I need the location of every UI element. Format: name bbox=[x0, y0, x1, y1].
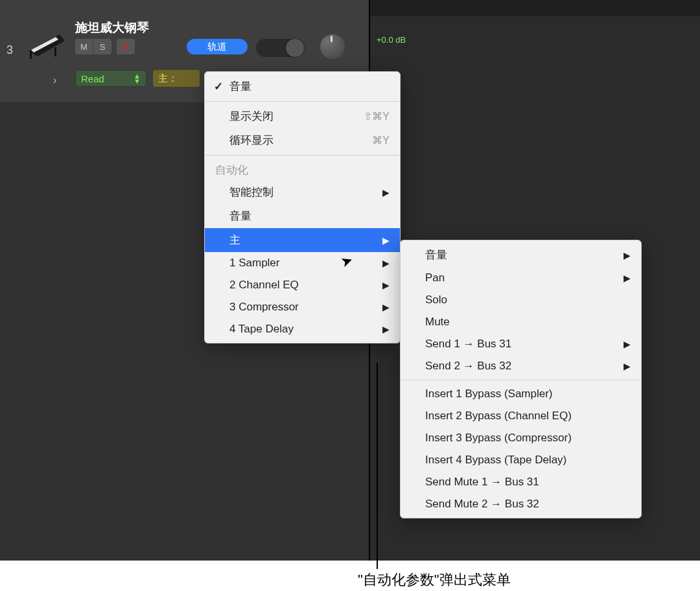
submenu-item-insert2-bypass[interactable]: Insert 2 Bypass (Channel EQ) bbox=[401, 405, 641, 427]
automation-param-select[interactable]: 主： bbox=[153, 70, 200, 87]
menu-label: 音量 bbox=[229, 79, 251, 94]
chevron-right-icon: ▶ bbox=[382, 258, 390, 268]
chevron-right-icon: ▶ bbox=[382, 324, 390, 334]
disclosure-icon[interactable]: › bbox=[53, 75, 56, 86]
shortcut: ⌘Y bbox=[372, 134, 390, 146]
solo-button[interactable]: S bbox=[93, 39, 111, 54]
menu-label: 显示关闭 bbox=[229, 109, 274, 124]
menu-label: Insert 4 Bypass (Tape Delay) bbox=[425, 454, 566, 467]
svg-rect-1 bbox=[30, 51, 32, 59]
chevron-right-icon: ▶ bbox=[382, 302, 390, 312]
menu-item-main[interactable]: 主 ▶ bbox=[205, 228, 400, 252]
submenu-item-solo[interactable]: Solo bbox=[401, 289, 641, 311]
track-pill[interactable]: 轨道 bbox=[187, 39, 248, 54]
msr-group: M S R bbox=[75, 39, 135, 54]
piano-icon bbox=[27, 28, 66, 60]
svg-rect-2 bbox=[54, 47, 56, 56]
automation-mode-select[interactable]: Read ▲▼ bbox=[75, 70, 146, 87]
shortcut: ⇧⌘Y bbox=[364, 110, 390, 122]
track-name: 施坦威大钢琴 bbox=[75, 19, 149, 36]
menu-item-smart-controls[interactable]: 智能控制 ▶ bbox=[205, 180, 400, 204]
menu-label: Send 1 → Bus 31 bbox=[425, 338, 511, 351]
menu-label: 2 Channel EQ bbox=[229, 279, 299, 292]
menu-label: 3 Compressor bbox=[229, 301, 299, 314]
automation-parameter-menu: 音量 显示关闭 ⇧⌘Y 循环显示 ⌘Y 自动化 智能控制 ▶ 音量 主 ▶ 1 … bbox=[204, 71, 401, 343]
menu-item-tape-delay[interactable]: 4 Tape Delay ▶ bbox=[205, 318, 400, 340]
menu-item-volume[interactable]: 音量 bbox=[205, 204, 400, 228]
menu-label: 4 Tape Delay bbox=[229, 323, 294, 336]
menu-label: 音量 bbox=[425, 248, 447, 262]
submenu-item-volume[interactable]: 音量 ▶ bbox=[401, 243, 641, 267]
menu-label: Insert 1 Bypass (Sampler) bbox=[425, 388, 553, 400]
submenu-item-pan[interactable]: Pan ▶ bbox=[401, 267, 641, 289]
menu-item-compressor[interactable]: 3 Compressor ▶ bbox=[205, 296, 400, 318]
menu-label: Solo bbox=[425, 294, 447, 307]
callout-label: "自动化参数"弹出式菜单 bbox=[358, 570, 511, 590]
db-readout: +0.0 dB bbox=[377, 35, 406, 45]
chevron-right-icon: ▶ bbox=[382, 187, 390, 198]
mute-button[interactable]: M bbox=[75, 39, 93, 54]
menu-item-volume-checked[interactable]: 音量 bbox=[205, 75, 400, 98]
chevron-right-icon: ▶ bbox=[382, 280, 390, 290]
menu-label: Send Mute 2 → Bus 32 bbox=[425, 498, 539, 511]
submenu-item-insert1-bypass[interactable]: Insert 1 Bypass (Sampler) bbox=[401, 383, 641, 405]
menu-label: 循环显示 bbox=[229, 133, 274, 148]
submenu-item-insert3-bypass[interactable]: Insert 3 Bypass (Compressor) bbox=[401, 427, 641, 449]
menu-label: 1 Sampler bbox=[229, 257, 279, 270]
menu-label: 音量 bbox=[229, 209, 251, 224]
menu-separator bbox=[205, 101, 400, 102]
menu-item-sampler[interactable]: 1 Sampler ▶ bbox=[205, 252, 400, 274]
menu-item-cycle-display[interactable]: 循环显示 ⌘Y bbox=[205, 128, 400, 152]
menu-separator bbox=[205, 155, 400, 156]
menu-item-channel-eq[interactable]: 2 Channel EQ ▶ bbox=[205, 274, 400, 296]
chevron-right-icon: ▶ bbox=[624, 339, 631, 349]
menu-label: 智能控制 bbox=[229, 185, 274, 200]
submenu-item-sendmute1[interactable]: Send Mute 1 → Bus 31 bbox=[401, 471, 641, 493]
main-label: 主： bbox=[158, 73, 178, 85]
pan-knob[interactable] bbox=[320, 34, 345, 59]
menu-label: Insert 3 Bypass (Compressor) bbox=[425, 432, 572, 445]
chevron-right-icon: ▶ bbox=[382, 235, 390, 246]
menu-label: 主 bbox=[229, 233, 240, 248]
record-button[interactable]: R bbox=[117, 39, 135, 54]
menu-label: Pan bbox=[425, 272, 445, 284]
submenu-item-mute[interactable]: Mute bbox=[401, 311, 641, 333]
submenu-item-send2[interactable]: Send 2 → Bus 32 ▶ bbox=[401, 355, 641, 377]
updown-icon: ▲▼ bbox=[134, 73, 141, 84]
ruler-bar bbox=[369, 0, 700, 16]
track-number: 3 bbox=[6, 43, 13, 57]
callout-line bbox=[377, 363, 378, 569]
menu-item-display-off[interactable]: 显示关闭 ⇧⌘Y bbox=[205, 104, 400, 128]
chevron-right-icon: ▶ bbox=[624, 273, 631, 283]
menu-label: Send 2 → Bus 32 bbox=[425, 360, 511, 373]
read-label: Read bbox=[81, 73, 104, 84]
menu-label: Insert 2 Bypass (Channel EQ) bbox=[425, 410, 572, 423]
menu-label: Send Mute 1 → Bus 31 bbox=[425, 476, 539, 489]
submenu-item-sendmute2[interactable]: Send Mute 2 → Bus 32 bbox=[401, 493, 641, 515]
automation-parameter-submenu: 音量 ▶ Pan ▶ Solo Mute Send 1 → Bus 31 ▶ S… bbox=[400, 240, 642, 518]
submenu-item-send1[interactable]: Send 1 → Bus 31 ▶ bbox=[401, 333, 641, 355]
menu-section-automation: 自动化 bbox=[205, 158, 400, 180]
chevron-right-icon: ▶ bbox=[624, 361, 631, 371]
automation-toggle[interactable] bbox=[256, 39, 304, 57]
toggle-knob bbox=[286, 39, 304, 57]
submenu-item-insert4-bypass[interactable]: Insert 4 Bypass (Tape Delay) bbox=[401, 449, 641, 471]
menu-separator bbox=[401, 380, 641, 380]
chevron-right-icon: ▶ bbox=[624, 250, 631, 261]
menu-label: Mute bbox=[425, 316, 450, 329]
